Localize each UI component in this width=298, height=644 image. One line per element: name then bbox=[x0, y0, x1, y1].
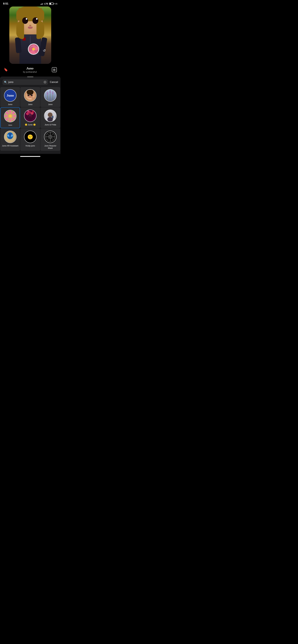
svg-point-33 bbox=[32, 111, 34, 113]
filter-thumb-6 bbox=[44, 110, 57, 122]
signal-icon bbox=[41, 3, 43, 5]
flower-center bbox=[32, 48, 35, 50]
thumb-girl bbox=[24, 90, 36, 101]
thumb-flower bbox=[4, 110, 16, 122]
doll-arm-right bbox=[39, 37, 47, 56]
search-field[interactable]: 🔍 juno ✕ bbox=[3, 79, 48, 85]
girl-svg bbox=[24, 90, 36, 101]
eye-shine bbox=[26, 18, 27, 20]
filter-author: by purbiarahul bbox=[23, 71, 37, 73]
bookmark-button[interactable]: 🔖 bbox=[4, 68, 8, 72]
filter-label-4: Juno bbox=[8, 124, 12, 126]
svg-point-3 bbox=[28, 94, 30, 96]
filter-title-block: Juno by purbiarahul bbox=[23, 66, 37, 73]
filter-cell-juno-1[interactable]: Juno Juno bbox=[0, 87, 20, 107]
svg-point-38 bbox=[48, 112, 52, 117]
bottom-sheet: 🔍 juno ✕ Cancel Juno Juno bbox=[0, 76, 61, 154]
filter-cell-juno-3[interactable]: Juno bbox=[41, 87, 60, 107]
doll-eye-left bbox=[22, 17, 28, 24]
cancel-button[interactable]: Cancel bbox=[50, 80, 58, 84]
filter-info-bar: 🔖 Juno by purbiarahul ⊞ bbox=[0, 64, 61, 75]
filter-cell-juno-4-selected[interactable]: Juno bbox=[0, 108, 20, 128]
lte-label: LTE bbox=[44, 2, 48, 5]
filter-label-3: Juno bbox=[48, 103, 52, 106]
filter-name: Juno bbox=[23, 66, 37, 70]
svg-point-5 bbox=[29, 94, 29, 95]
svg-point-26 bbox=[9, 114, 12, 118]
filter-thumb-7 bbox=[4, 131, 17, 143]
svg-point-4 bbox=[31, 94, 33, 96]
thumb-ar bbox=[4, 131, 16, 143]
thumb-balloons bbox=[24, 110, 36, 122]
hair-curl-right bbox=[37, 20, 44, 39]
svg-rect-41 bbox=[52, 116, 53, 118]
filter-thumb-9 bbox=[44, 131, 57, 143]
smiley-emoji: 🙂 bbox=[27, 134, 33, 140]
svg-line-34 bbox=[28, 115, 29, 118]
search-clear-button[interactable]: ✕ bbox=[44, 81, 46, 84]
search-bar: 🔍 juno ✕ Cancel bbox=[0, 79, 61, 85]
thumb-portrait bbox=[44, 110, 56, 122]
filter-thumb-5 bbox=[24, 110, 37, 122]
battery-tip bbox=[54, 3, 54, 4]
svg-point-6 bbox=[32, 94, 32, 95]
camera-background: ↺ bbox=[9, 6, 51, 64]
doll-head bbox=[18, 8, 43, 34]
search-icon: 🔍 bbox=[4, 81, 7, 84]
battery-percent: 45 bbox=[55, 3, 57, 5]
filter-cell-frosty-juno[interactable]: 🙂 frosty juno bbox=[20, 128, 40, 151]
battery-fill bbox=[50, 3, 51, 4]
flower-svg bbox=[5, 110, 16, 122]
svg-point-2 bbox=[27, 92, 33, 95]
filter-thumb-3 bbox=[44, 89, 57, 102]
status-time: 8:51 bbox=[3, 2, 8, 5]
rotate-camera-icon[interactable]: ↺ bbox=[42, 48, 47, 53]
svg-point-29 bbox=[26, 112, 29, 115]
svg-point-12 bbox=[49, 90, 51, 94]
ar-svg bbox=[4, 131, 16, 143]
filter-label-9: Juno Reactor Mask bbox=[42, 144, 59, 149]
eye-shine-right bbox=[36, 18, 38, 20]
svg-point-13 bbox=[52, 91, 54, 95]
svg-point-16 bbox=[52, 92, 53, 92]
battery-body bbox=[49, 3, 54, 5]
drag-handle[interactable] bbox=[27, 76, 33, 77]
battery-indicator bbox=[49, 3, 54, 5]
filter-cell-junio[interactable]: 🙂 Junio 🙂 bbox=[20, 108, 40, 128]
filter-label-8: frosty juno bbox=[26, 144, 35, 147]
filter-label-5: 🙂 Junio 🙂 bbox=[25, 124, 36, 126]
filter-cell-ar-assistant[interactable]: Juno AR Assistant bbox=[0, 128, 20, 151]
filter-grid: Juno Juno bbox=[0, 87, 61, 151]
search-input[interactable]: juno bbox=[8, 80, 42, 84]
robe-detail bbox=[30, 36, 31, 45]
filter-label-7: Juno AR Assistant bbox=[2, 144, 18, 147]
camera-preview: ↺ bbox=[9, 6, 51, 64]
filter-cell-reactor-mask[interactable]: Juno Reactor Mask bbox=[41, 128, 60, 151]
thumb-lavender bbox=[44, 90, 56, 101]
filter-label-2: Juno bbox=[28, 103, 33, 106]
filter-cell-juno-2[interactable]: Juno bbox=[20, 87, 40, 107]
thumb-smiley: 🙂 bbox=[24, 131, 36, 143]
doll-arm-left bbox=[15, 37, 22, 53]
add-to-story-button[interactable]: ⊞ bbox=[52, 67, 57, 72]
filter-thumb-1: Juno bbox=[4, 89, 17, 102]
svg-point-15 bbox=[50, 91, 50, 92]
svg-point-32 bbox=[27, 110, 29, 112]
balloons-svg bbox=[24, 110, 36, 122]
filter-preview-circle bbox=[28, 44, 39, 54]
status-bar: 8:51 LTE 45 bbox=[0, 0, 61, 6]
hair-curl-left bbox=[16, 20, 24, 39]
doll-eye-right bbox=[33, 17, 38, 24]
lavender-svg bbox=[44, 90, 56, 101]
flower-petals bbox=[29, 44, 39, 54]
filter-cell-juno-frida[interactable]: Juno & Frida bbox=[41, 108, 60, 128]
filter-thumb-8: 🙂 bbox=[24, 131, 37, 143]
doll-bangs bbox=[19, 8, 42, 14]
reactor-svg bbox=[45, 131, 56, 143]
doll-figure bbox=[13, 8, 47, 64]
filter-thumb-4 bbox=[4, 110, 17, 122]
portrait-svg bbox=[44, 110, 56, 122]
filter-label-6: Juno & Frida bbox=[45, 124, 56, 126]
filter-thumb-2 bbox=[24, 89, 37, 102]
filter-label-1: Juno bbox=[8, 103, 13, 106]
